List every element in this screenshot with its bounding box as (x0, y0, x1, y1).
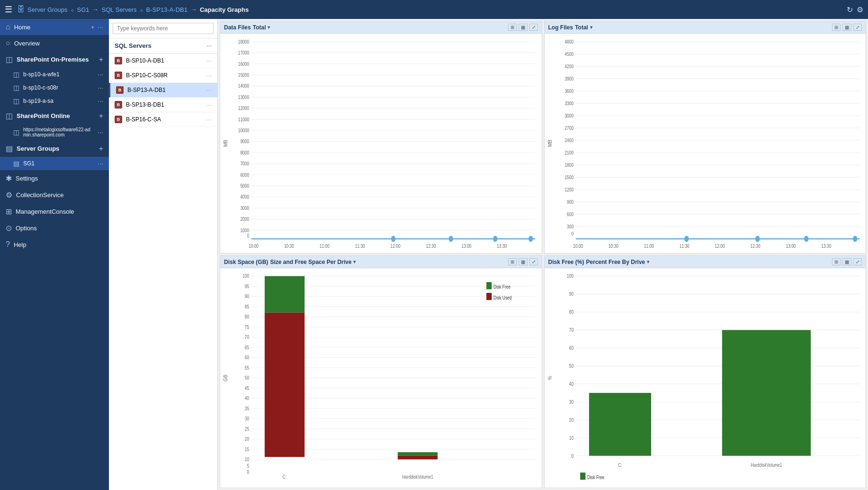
svg-text:1500: 1500 (564, 174, 573, 181)
log-files-btn-1[interactable]: ⊞ (832, 24, 841, 31)
home-expand-icon: ▾ (91, 25, 94, 30)
sql-srv-icon-2: B (115, 72, 122, 79)
svg-rect-166 (580, 472, 585, 480)
sidebar-item-sp10-a-wfe1[interactable]: ◫ b-sp10-a-wfe1 ··· (0, 68, 109, 81)
sql-header-dots[interactable]: ··· (206, 42, 212, 49)
online-add-icon[interactable]: + (99, 112, 103, 120)
srv-dots-4[interactable]: ··· (206, 101, 212, 109)
menu-icon[interactable]: ☰ (5, 4, 12, 15)
svg-point-85 (755, 236, 760, 242)
svg-text:0: 0 (571, 231, 573, 237)
home-dots[interactable]: ··· (98, 23, 103, 31)
disk-space-btn-3[interactable]: ⤢ (529, 258, 538, 265)
sidebar-item-server-groups[interactable]: ▤ Server Groups + (0, 140, 109, 157)
srv-dots-1[interactable]: ··· (206, 57, 212, 64)
disk-free-btn-1[interactable]: ⊞ (832, 258, 841, 265)
sql-server-b-sp13-a-db1[interactable]: B B-SP13-A-DB1 ··· (109, 83, 217, 98)
sp10-dots[interactable]: ··· (98, 71, 103, 78)
svg-text:Disk Free: Disk Free (587, 474, 604, 480)
svg-point-38 (391, 236, 395, 242)
data-files-btn-1[interactable]: ⊞ (508, 24, 517, 31)
chart-disk-space: Disk Space (GB) Size and Free Space Per … (220, 255, 542, 488)
svg-text:0: 0 (571, 453, 573, 458)
server-groups-add-icon[interactable]: + (99, 145, 103, 153)
sidebar-item-overview[interactable]: ○ Overview (0, 35, 109, 51)
main-layout: ⌂ Home ▾ ··· ○ Overview ◫ SharePoint On-… (0, 19, 868, 490)
chart-data-files-header: Data Files Total ▾ ⊞ ▦ ⤢ (220, 21, 542, 34)
srv-dots-2[interactable]: ··· (206, 72, 212, 79)
svg-text:10:00: 10:00 (249, 243, 259, 249)
content-area: SQL Servers ··· B B-SP10-A-DB1 ··· B B-S… (109, 19, 868, 490)
svg-text:35: 35 (245, 406, 250, 411)
sidebar-item-settings[interactable]: ✱ Settings (0, 170, 109, 187)
sql-search-input[interactable] (113, 23, 214, 34)
log-files-btn-3[interactable]: ⤢ (853, 24, 862, 31)
sidebar-item-online-url[interactable]: ◫ https://metalogixsoftware622-admin.sha… (0, 124, 109, 140)
breadcrumb-server-groups[interactable]: Server Groups (27, 6, 68, 13)
disk-free-btn-2[interactable]: ▦ (842, 258, 851, 265)
disk-free-btn-3[interactable]: ⤢ (853, 258, 862, 265)
settings-button[interactable]: ⚙ (857, 5, 863, 14)
sql-panel-header: SQL Servers ··· (109, 38, 217, 54)
breadcrumb-db1[interactable]: B-SP13-A-DB1 (146, 6, 188, 13)
sidebar-item-help[interactable]: ? Help (0, 236, 109, 253)
sidebar-item-collection-service[interactable]: ⚙ CollectionService (0, 187, 109, 203)
sp10c-dots[interactable]: ··· (98, 84, 103, 91)
data-files-btn-3[interactable]: ⤢ (529, 24, 538, 31)
sharepoint-online-label: SharePoint Online (17, 112, 95, 119)
svg-text:12:00: 12:00 (715, 243, 725, 249)
server-icon-2: ◫ (13, 84, 19, 91)
svg-text:11:00: 11:00 (320, 243, 330, 249)
sql-panel: SQL Servers ··· B B-SP10-A-DB1 ··· B B-S… (109, 19, 218, 490)
data-files-dropdown[interactable]: ▾ (268, 25, 270, 30)
breadcrumb-sg1[interactable]: SG1 (77, 6, 89, 13)
srv-dots-5[interactable]: ··· (206, 116, 212, 123)
disk-space-chart-inner: 100 95 90 85 80 75 70 65 60 55 50 45 (229, 270, 540, 486)
svg-text:70: 70 (569, 327, 573, 333)
disk-hdd-free-bar (398, 452, 438, 456)
srv-dots-3[interactable]: ··· (206, 86, 212, 94)
sidebar-item-sp19-a-sa[interactable]: ◫ b-sp19-a-sa ··· (0, 94, 109, 108)
sidebar-item-sharepoint-onpremises[interactable]: ◫ SharePoint On-Premises + (0, 51, 109, 68)
refresh-button[interactable]: ↻ (847, 5, 853, 14)
chart-log-files-header: Log Files Total ▾ ⊞ ▦ ⤢ (545, 21, 866, 34)
onprem-add[interactable]: + (99, 55, 103, 64)
log-files-chart-inner: 4800 4500 4200 3900 3600 3300 3000 2700 … (554, 36, 864, 251)
sql-server-b-sp10-a-db1[interactable]: B B-SP10-A-DB1 ··· (109, 54, 217, 68)
svg-text:9000: 9000 (240, 138, 249, 145)
sidebar-item-sp10-c-s08r[interactable]: ◫ b-sp10-c-s08r ··· (0, 81, 109, 94)
sidebar-item-management-console[interactable]: ⊞ ManagementConsole (0, 203, 109, 220)
sql-server-b-sp16-c-sa[interactable]: B B-SP16-C-SA ··· (109, 112, 217, 127)
sidebar-item-sg1[interactable]: ▤ SG1 ··· (0, 157, 109, 170)
sidebar-item-options[interactable]: ⊙ Options (0, 220, 109, 236)
online-url-dots[interactable]: ··· (98, 128, 103, 136)
server-icon-1: ◫ (13, 71, 19, 78)
disk-space-subtitle: Size and Free Space Per Drive (270, 259, 351, 265)
svg-text:5: 5 (247, 463, 249, 469)
log-files-btn-2[interactable]: ▦ (842, 24, 851, 31)
disk-space-dropdown[interactable]: ▾ (353, 259, 356, 264)
disk-free-y-label: % (546, 270, 554, 486)
sql-server-b-sp13-b-db1[interactable]: B B-SP13-B-DB1 ··· (109, 98, 217, 112)
sidebar-item-home[interactable]: ⌂ Home ▾ ··· (0, 19, 109, 35)
disk-free-dropdown[interactable]: ▾ (647, 259, 649, 264)
svg-text:90: 90 (569, 291, 573, 297)
disk-space-btn-2[interactable]: ▦ (519, 258, 528, 265)
svg-text:1800: 1800 (564, 162, 573, 168)
chart-log-files: Log Files Total ▾ ⊞ ▦ ⤢ MB (544, 21, 867, 254)
svg-text:1200: 1200 (564, 187, 573, 193)
disk-space-btn-1[interactable]: ⊞ (508, 258, 517, 265)
sp19-dots[interactable]: ··· (98, 97, 103, 105)
svg-text:65: 65 (245, 345, 250, 350)
chart-disk-free-header: Disk Free (%) Percent Free By Drive ▾ ⊞ … (545, 256, 866, 268)
chart-log-files-actions: ⊞ ▦ ⤢ (832, 24, 862, 31)
sg1-dots[interactable]: ··· (98, 160, 103, 167)
db-icon: 🗄 (17, 5, 25, 14)
breadcrumb-sql-servers[interactable]: SQL Servers (102, 6, 137, 13)
svg-text:12:00: 12:00 (391, 243, 401, 249)
log-files-dropdown[interactable]: ▾ (590, 25, 592, 30)
svg-text:30: 30 (569, 399, 573, 405)
data-files-btn-2[interactable]: ▦ (519, 24, 528, 31)
sql-server-b-sp10-c-s08r[interactable]: B B-SP10-C-S08R ··· (109, 68, 217, 83)
sidebar-item-sharepoint-online[interactable]: ◫ SharePoint Online + (0, 108, 109, 124)
